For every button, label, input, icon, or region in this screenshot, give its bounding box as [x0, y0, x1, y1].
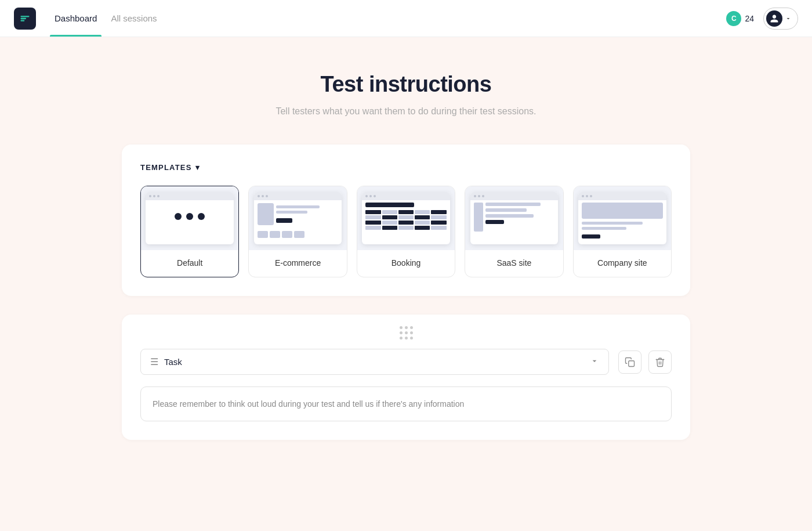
nav-tab-dashboard[interactable]: Dashboard	[50, 0, 102, 37]
template-booking[interactable]: Booking	[357, 186, 455, 277]
template-company[interactable]: Company site	[573, 186, 672, 277]
template-saas[interactable]: SaaS site	[465, 186, 563, 277]
page-subtitle: Tell testers what you want them to do du…	[14, 106, 798, 117]
template-default-preview	[141, 186, 238, 250]
template-default[interactable]: Default	[140, 186, 239, 277]
task-row: ☰ Task	[140, 349, 672, 375]
delete-task-button[interactable]	[648, 351, 672, 374]
browser-mock-company	[578, 192, 666, 244]
template-company-label: Company site	[574, 250, 671, 277]
credits-badge: C 24	[726, 11, 754, 26]
credits-icon: C	[726, 11, 741, 26]
app-logo[interactable]	[14, 8, 36, 30]
templates-label: TEMPLATES	[140, 163, 192, 172]
template-ecommerce-label: E-commerce	[249, 250, 346, 277]
drag-handle[interactable]	[140, 326, 672, 339]
task-card: ☰ Task	[122, 315, 690, 440]
templates-grid: Default	[140, 186, 672, 277]
task-instructions-preview: Please remember to think out loud during…	[140, 386, 672, 421]
task-type-selector[interactable]: ☰ Task	[140, 349, 609, 375]
templates-chevron-icon[interactable]: ▾	[195, 163, 200, 172]
task-type-label: Task	[164, 357, 182, 367]
browser-mock-ecommerce	[254, 192, 342, 244]
user-menu-button[interactable]	[763, 8, 798, 30]
credits-count: 24	[745, 14, 754, 23]
svg-rect-0	[629, 360, 635, 366]
template-saas-preview	[465, 186, 563, 250]
navbar-right: C 24	[726, 8, 798, 30]
browser-mock-booking	[362, 192, 450, 244]
nav-tab-all-sessions[interactable]: All sessions	[106, 0, 161, 37]
nav-tabs: Dashboard All sessions	[50, 0, 162, 37]
main-content: Test instructions Tell testers what you …	[0, 37, 812, 463]
page-title: Test instructions	[14, 72, 798, 97]
template-booking-label: Booking	[357, 250, 455, 277]
task-actions	[618, 351, 672, 374]
template-ecommerce[interactable]: E-commerce	[248, 186, 347, 277]
browser-mock-saas	[470, 192, 559, 244]
template-company-preview	[574, 186, 671, 250]
templates-header: TEMPLATES ▾	[140, 163, 672, 172]
task-type-chevron-icon	[590, 356, 599, 367]
template-ecommerce-preview	[249, 186, 346, 250]
hamburger-icon: ☰	[150, 356, 158, 367]
templates-card: TEMPLATES ▾	[122, 145, 690, 296]
copy-task-button[interactable]	[618, 351, 641, 374]
template-booking-preview	[357, 186, 455, 250]
browser-mock-default	[146, 192, 234, 244]
template-default-label: Default	[141, 250, 238, 277]
template-saas-label: SaaS site	[465, 250, 563, 277]
navbar: Dashboard All sessions C 24	[0, 0, 812, 37]
